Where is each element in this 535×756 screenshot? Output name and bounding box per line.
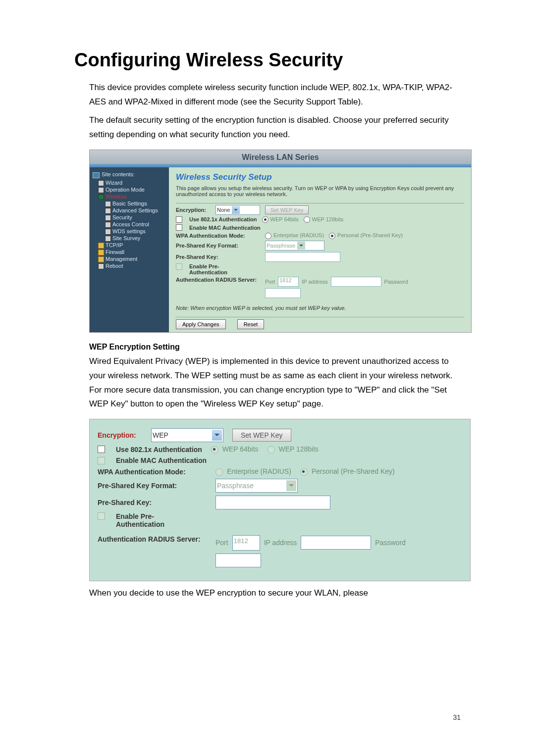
personal-label: Personal (Pre-Shared Key)	[312, 467, 395, 475]
set-wep-key-button[interactable]: Set WEP Key	[265, 205, 309, 214]
main-content: Wireless Security Setup This page allows…	[169, 167, 471, 332]
encryption-value: WEP	[153, 431, 212, 439]
personal-radio[interactable]	[329, 233, 335, 239]
wep64-radio[interactable]	[211, 446, 218, 454]
wep128-label: WEP 128bits	[312, 216, 343, 222]
psk-format-select[interactable]: Passphrase	[265, 241, 324, 251]
intro-paragraph-1: This device provides complete wireless s…	[74, 81, 466, 109]
screenshot-wep-form: Encryption: WEP Set WEP Key Use 802.1x A…	[89, 419, 471, 581]
psk-input[interactable]	[215, 496, 330, 509]
port-input[interactable]: 1812	[278, 277, 299, 287]
port-input[interactable]: 1812	[232, 535, 260, 551]
wep64-label: WEP 64bits	[270, 216, 299, 222]
personal-radio[interactable]	[300, 468, 308, 476]
mac-auth-label: Enable MAC Authentication	[189, 225, 261, 231]
content-description: This page allows you setup the wireless …	[176, 185, 464, 197]
note-text: Note: When encryption WEP is selected, y…	[176, 305, 464, 311]
wep64-label: WEP 64bits	[222, 445, 259, 453]
sidebar-item-reboot[interactable]: Reboot	[92, 262, 167, 269]
wep64-radio[interactable]	[262, 216, 268, 223]
ip-label: IP address	[264, 539, 297, 547]
password-input[interactable]	[265, 288, 301, 298]
enterprise-label: Enterprise (RADIUS)	[227, 467, 291, 475]
encryption-value: None	[217, 207, 230, 213]
sidebar-item-advanced-settings[interactable]: Advanced Settings	[92, 207, 167, 214]
password-input[interactable]	[215, 554, 261, 567]
page-number: 31	[453, 713, 461, 721]
set-wep-key-button[interactable]: Set WEP Key	[232, 429, 291, 442]
wpa-mode-label: WPA Authentication Mode:	[98, 468, 207, 476]
wpa-mode-label: WPA Authentication Mode:	[176, 233, 260, 239]
enterprise-label: Enterprise (RADIUS)	[273, 232, 324, 238]
reset-button[interactable]: Reset	[237, 319, 265, 329]
port-label: Port	[215, 539, 228, 547]
encryption-label: Encryption:	[176, 207, 211, 213]
psk-format-label: Pre-Shared Key Format:	[98, 482, 207, 490]
mac-auth-checkbox[interactable]	[98, 457, 105, 464]
use-8021x-checkbox[interactable]	[176, 216, 182, 223]
sidebar-item-site-survey[interactable]: Site Survey	[92, 235, 167, 242]
wep128-label: WEP 128bits	[278, 445, 319, 453]
mac-auth-checkbox[interactable]	[176, 224, 182, 231]
sidebar-item-wireless[interactable]: Wireless	[92, 193, 167, 200]
password-label: Password	[375, 539, 405, 547]
radius-label: Authentication RADIUS Server:	[176, 277, 260, 283]
pre-auth-label: Enable Pre-Authentication	[189, 263, 239, 275]
sidebar-title: Site contents:	[92, 171, 167, 177]
enterprise-radio[interactable]	[215, 468, 223, 476]
device-banner: Wireless LAN Series	[90, 150, 471, 164]
page-heading: Configuring Wireless Security	[74, 50, 466, 71]
sidebar-item-tcpip[interactable]: TCP/IP	[92, 242, 167, 249]
chevron-down-icon	[212, 430, 222, 441]
psk-format-select[interactable]: Passphrase	[215, 479, 298, 493]
psk-format-value: Passphrase	[217, 482, 286, 490]
radius-label: Authentication RADIUS Server:	[98, 535, 207, 543]
wep-paragraph: Wired Equivalent Privacy (WEP) is implem…	[74, 354, 466, 412]
sidebar-item-firewall[interactable]: Firewall	[92, 249, 167, 255]
content-title: Wireless Security Setup	[176, 172, 464, 182]
sidebar-item-operation-mode[interactable]: Operation Mode	[92, 186, 167, 193]
sidebar-item-access-control[interactable]: Access Control	[92, 221, 167, 228]
closing-paragraph: When you decide to use the WEP encryptio…	[74, 586, 466, 601]
ip-input[interactable]	[301, 536, 371, 550]
psk-format-value: Passphrase	[267, 243, 295, 249]
chevron-down-icon	[232, 206, 240, 214]
psk-input[interactable]	[265, 252, 340, 262]
encryption-select[interactable]: None	[215, 205, 260, 215]
ip-label: IP address	[302, 279, 327, 285]
use-8021x-label: Use 802.1x Authentication	[116, 446, 202, 454]
pre-auth-label: Enable Pre-Authentication	[116, 512, 185, 528]
pre-auth-checkbox[interactable]	[98, 512, 105, 520]
encryption-label: Encryption:	[98, 431, 142, 439]
sidebar-item-security[interactable]: Security	[92, 214, 167, 221]
intro-paragraph-2: The default security setting of the encr…	[74, 113, 466, 142]
sidebar-item-basic-settings[interactable]: Basic Settings	[92, 200, 167, 207]
apply-button[interactable]: Apply Changes	[176, 319, 226, 329]
sidebar: Site contents: Wizard Operation Mode Wir…	[90, 167, 169, 332]
port-label: Port	[265, 279, 275, 285]
sidebar-item-wds-settings[interactable]: WDS settings	[92, 228, 167, 235]
use-8021x-label: Use 802.1x Authentication	[189, 216, 257, 222]
wep128-radio[interactable]	[268, 446, 275, 454]
psk-label: Pre-Shared Key:	[98, 499, 207, 506]
psk-label: Pre-Shared Key:	[176, 254, 260, 260]
ip-input[interactable]	[331, 277, 381, 287]
screenshot-wireless-security: Wireless LAN Series Site contents: Wizar…	[89, 150, 472, 333]
pre-auth-checkbox[interactable]	[176, 263, 182, 270]
use-8021x-checkbox[interactable]	[98, 446, 105, 453]
wep-heading: WEP Encryption Setting	[89, 343, 466, 352]
chevron-down-icon	[286, 480, 296, 491]
sidebar-item-wizard[interactable]: Wizard	[92, 179, 167, 186]
mac-auth-label: Enable MAC Authentication	[116, 456, 207, 464]
enterprise-radio[interactable]	[265, 233, 271, 239]
personal-label: Personal (Pre-Shared Key)	[337, 232, 403, 238]
wep128-radio[interactable]	[304, 216, 310, 223]
psk-format-label: Pre-Shared Key Format:	[176, 243, 260, 249]
sidebar-item-management[interactable]: Management	[92, 255, 167, 262]
password-label: Password	[384, 279, 408, 285]
encryption-select[interactable]: WEP	[151, 428, 223, 442]
chevron-down-icon	[297, 242, 305, 250]
